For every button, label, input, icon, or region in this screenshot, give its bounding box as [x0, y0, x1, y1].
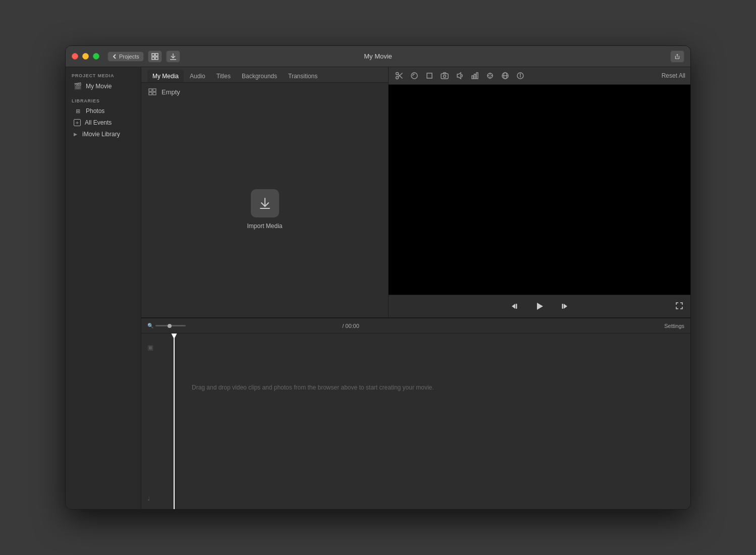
titlebar: Projects My Movie	[66, 46, 690, 67]
skip-back-button[interactable]	[508, 299, 522, 313]
minimize-button[interactable]	[82, 53, 89, 60]
sidebar-section-project-media: Project Media	[66, 73, 141, 78]
photos-icon: ⊞	[74, 108, 82, 115]
sidebar-item-photos[interactable]: ⊞ Photos	[68, 105, 139, 117]
timeline-audio-icon: ♩	[147, 495, 150, 502]
svg-rect-22	[472, 76, 473, 79]
svg-rect-3	[155, 57, 158, 60]
reset-all-button[interactable]: Reset All	[662, 72, 685, 79]
share-icon	[675, 53, 680, 60]
skip-forward-icon	[559, 302, 568, 311]
browser-layout-button[interactable]	[148, 50, 162, 63]
import-arrow-icon	[258, 196, 272, 210]
timeline-playhead	[174, 334, 175, 509]
video-preview	[389, 85, 690, 295]
list-view-icon	[148, 88, 156, 95]
tab-backgrounds[interactable]: Backgrounds	[237, 70, 282, 82]
close-button[interactable]	[72, 53, 78, 60]
timeline-settings-button[interactable]: Settings	[664, 323, 684, 329]
download-icon	[170, 53, 177, 60]
svg-rect-8	[153, 89, 156, 91]
toolbar-color-icon[interactable]	[409, 70, 420, 81]
svg-marker-35	[564, 304, 567, 309]
main-window: Projects My Movie	[65, 45, 691, 510]
preview-panel: Reset All	[389, 67, 690, 317]
svg-point-31	[520, 74, 521, 75]
timeline-zoom: 🔍	[147, 323, 186, 328]
toolbar-info-icon[interactable]	[515, 70, 526, 81]
toolbar-camera-icon[interactable]	[439, 70, 450, 81]
timeline-content: Drag and drop video clips and photos fro…	[141, 334, 690, 401]
toolbar-crop-icon[interactable]	[424, 70, 435, 81]
play-button[interactable]	[532, 299, 547, 313]
chevron-right-icon: ▶	[74, 132, 77, 137]
import-media-button[interactable]: Import Media	[247, 189, 282, 230]
share-button[interactable]	[670, 50, 684, 63]
scissors-icon	[395, 72, 403, 80]
toolbar-stabilize-icon[interactable]	[484, 70, 496, 81]
media-browser: My Media Audio Titles Backgrounds Transi…	[141, 67, 389, 317]
film-icon: 🎬	[74, 82, 82, 90]
tab-my-media[interactable]: My Media	[147, 70, 184, 82]
toolbar-audio-icon[interactable]	[454, 70, 465, 81]
titlebar-left: Projects	[107, 50, 180, 63]
timeline-drag-hint: Drag and drop video clips and photos fro…	[182, 384, 690, 391]
tab-audio[interactable]: Audio	[185, 70, 210, 82]
tab-titles[interactable]: Titles	[211, 70, 236, 82]
window-title: My Movie	[364, 52, 392, 60]
svg-rect-0	[152, 53, 154, 56]
svg-marker-32	[512, 304, 515, 309]
sidebar-item-my-movie[interactable]: 🎬 My Movie	[68, 80, 139, 92]
color-icon	[410, 72, 418, 80]
browser-drop-area: Import Media	[141, 101, 388, 317]
sidebar-label-imovie-library: iMovie Library	[82, 131, 120, 138]
sidebar-label-photos: Photos	[86, 107, 104, 115]
preview-toolbar: Reset All	[389, 67, 690, 85]
sidebar: Project Media 🎬 My Movie Libraries ⊞ Pho…	[66, 67, 141, 509]
globe-icon	[501, 72, 509, 80]
svg-rect-24	[476, 73, 478, 79]
import-label: Import Media	[247, 223, 282, 230]
sidebar-item-all-events[interactable]: + All Events	[68, 117, 139, 128]
tab-transitions[interactable]: Transitions	[283, 70, 322, 82]
zoom-small-icon: 🔍	[147, 323, 153, 328]
svg-rect-36	[562, 304, 564, 309]
svg-rect-33	[516, 304, 517, 309]
toolbar-chart-icon[interactable]	[469, 70, 480, 81]
svg-rect-18	[427, 73, 432, 78]
crop-icon	[425, 72, 434, 80]
traffic-lights	[72, 53, 99, 60]
skip-forward-button[interactable]	[557, 299, 571, 313]
camera-icon	[441, 72, 449, 80]
svg-rect-23	[474, 74, 476, 79]
maximize-button[interactable]	[93, 53, 99, 60]
timeline-header: 🔍 / 00:00 Settings	[141, 318, 690, 334]
titlebar-right	[670, 50, 684, 63]
stabilize-icon	[486, 72, 494, 80]
fullscreen-button[interactable]	[675, 302, 683, 311]
back-button[interactable]: Projects	[107, 51, 144, 62]
svg-point-17	[411, 73, 417, 79]
timeline-time-display: / 00:00	[342, 323, 359, 329]
download-button[interactable]	[166, 50, 180, 63]
toolbar-scissors-icon[interactable]	[394, 70, 405, 81]
svg-rect-10	[153, 92, 156, 95]
toolbar-globe-icon[interactable]	[500, 70, 511, 81]
main-content: Project Media 🎬 My Movie Libraries ⊞ Pho…	[66, 67, 690, 509]
list-view-toggle[interactable]	[147, 87, 157, 97]
info-icon	[516, 72, 524, 80]
zoom-thumb	[168, 324, 172, 328]
back-label: Projects	[119, 53, 139, 60]
svg-point-20	[444, 75, 446, 78]
sidebar-item-imovie-library[interactable]: ▶ iMovie Library	[68, 129, 139, 140]
svg-rect-19	[441, 74, 448, 79]
sidebar-label-my-movie: My Movie	[86, 83, 112, 90]
svg-rect-1	[155, 53, 158, 56]
sidebar-label-all-events: All Events	[85, 119, 112, 126]
svg-marker-21	[457, 73, 461, 79]
timeline-body: ▣ Drag and drop video clips and photos f…	[141, 334, 690, 509]
svg-rect-9	[149, 92, 152, 95]
sidebar-section-libraries: Libraries	[66, 98, 141, 103]
top-section: My Media Audio Titles Backgrounds Transi…	[141, 67, 690, 317]
timeline-video-icon: ▣	[147, 344, 153, 351]
